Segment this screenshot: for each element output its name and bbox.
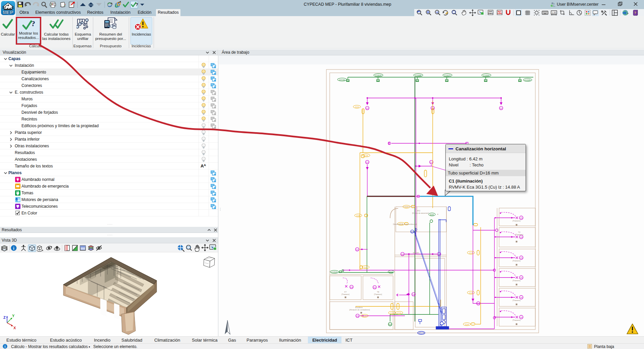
- svg-text:C1: C1: [430, 161, 433, 163]
- svg-text:Escalera: Escalera: [355, 306, 363, 308]
- svg-text:[Trastero]: [Trastero]: [513, 299, 521, 301]
- svg-text:[Trastero]: [Trastero]: [513, 260, 521, 262]
- svg-text:C15(B): C15(B): [415, 74, 421, 77]
- svg-text:G1: G1: [411, 231, 413, 233]
- svg-text:C14: C14: [405, 206, 409, 208]
- svg-text:C13(6): C13(6): [483, 74, 489, 77]
- svg-text:C13: C13: [355, 106, 359, 108]
- svg-text:?: ?: [136, 2, 138, 7]
- svg-text:C1: C1: [366, 107, 369, 109]
- svg-text:C6: C6: [520, 257, 523, 259]
- svg-text:F7: F7: [344, 291, 346, 293]
- svg-text:C14: C14: [465, 323, 469, 326]
- svg-text:i: i: [5, 345, 6, 348]
- svg-text:C1: C1: [366, 161, 369, 163]
- svg-text:[Trastero]: [Trastero]: [513, 319, 521, 321]
- svg-text:C13(7): C13(7): [444, 74, 450, 77]
- svg-text:a: a: [437, 213, 438, 215]
- svg-text:S1: S1: [440, 323, 443, 326]
- svg-text:C1: C1: [477, 303, 480, 305]
- svg-text:[Vestíbulo de independencia]: [Vestíbulo de independencia]: [393, 223, 417, 225]
- svg-text:[Hueco de ascensor]: [Hueco de ascensor]: [412, 212, 429, 214]
- svg-text:C13: C13: [390, 312, 394, 314]
- svg-text:C6: C6: [520, 217, 523, 219]
- svg-text:Z: Z: [3, 315, 6, 319]
- svg-text:C6: C6: [520, 277, 523, 279]
- svg-text:C1 2: C1 2: [419, 332, 424, 334]
- svg-text:C14: C14: [469, 292, 473, 294]
- svg-text:C16: C16: [364, 155, 368, 157]
- svg-text:X: X: [13, 326, 16, 330]
- svg-text:C1: C1: [500, 107, 502, 109]
- svg-text:E15: E15: [430, 214, 434, 216]
- svg-text:AT2: AT2: [417, 210, 420, 212]
- svg-text:C6: C6: [520, 297, 523, 299]
- svg-text:[Trastero]: [Trastero]: [374, 293, 382, 295]
- svg-text:C14: C14: [469, 252, 473, 254]
- svg-text:C13(5): C13(5): [525, 79, 531, 81]
- svg-text:C13: C13: [363, 315, 367, 317]
- svg-text:C4.3(j): C4.3(j): [339, 79, 345, 81]
- svg-text:[Almacén de contadores]: [Almacén de contadores]: [350, 309, 370, 311]
- svg-text:1.00: 1.00: [552, 11, 556, 14]
- svg-text:C1: C1: [356, 249, 359, 251]
- svg-text:[Trastero]: [Trastero]: [341, 293, 350, 295]
- svg-text:C15: C15: [356, 215, 360, 217]
- svg-text:Y: Y: [12, 314, 15, 318]
- svg-text:DWG: DWG: [488, 12, 493, 14]
- svg-text:C14: C14: [397, 312, 401, 314]
- svg-text:E13: E13: [389, 271, 393, 273]
- svg-text:(Trastero): (Trastero): [515, 234, 523, 236]
- svg-text:T2: T2: [518, 231, 520, 233]
- svg-text:C4: C4: [350, 286, 353, 288]
- svg-text:[Trastero]: [Trastero]: [513, 280, 521, 282]
- svg-text:C1: C1: [373, 287, 376, 289]
- svg-text:C6: C6: [356, 315, 359, 317]
- svg-text:C13: C13: [364, 266, 368, 268]
- svg-text:C13(2): C13(2): [331, 271, 337, 273]
- svg-text:[Trastero]: [Trastero]: [513, 220, 521, 222]
- svg-text:?: ?: [634, 11, 636, 14]
- svg-text:C6: C6: [401, 253, 404, 255]
- svg-text:C6: C6: [520, 316, 523, 318]
- svg-text:C6: C6: [520, 236, 523, 238]
- svg-text:×2: ×2: [436, 11, 438, 13]
- svg-text:Zagúan: Zagúan: [413, 252, 419, 254]
- svg-text:C6: C6: [412, 294, 415, 296]
- svg-text:C15(A): C15(A): [375, 74, 381, 77]
- svg-text:T8: T8: [377, 291, 379, 293]
- svg-text:G2: G2: [389, 323, 392, 326]
